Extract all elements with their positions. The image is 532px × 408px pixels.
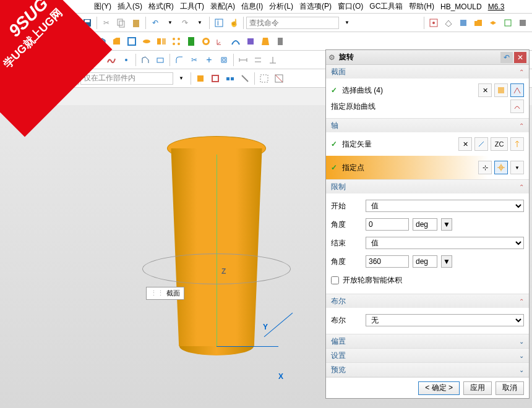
pattern-icon[interactable] (169, 35, 183, 48)
cut-icon[interactable]: ✂ (100, 16, 113, 30)
thread-icon[interactable] (273, 35, 287, 48)
curve-rule-icon[interactable] (494, 83, 508, 97)
touch-icon[interactable]: ☝ (227, 16, 241, 30)
section-header-axis[interactable]: 轴⌃ (326, 119, 529, 132)
boolean-select[interactable]: 无 (366, 314, 524, 326)
undo-icon[interactable]: ↶ (148, 16, 162, 30)
extrude-icon[interactable] (184, 35, 198, 48)
point-icon[interactable] (119, 53, 133, 67)
angle2-unit[interactable]: deg (413, 255, 437, 268)
offset-curve-icon[interactable] (217, 53, 231, 67)
shell-icon[interactable] (125, 35, 139, 48)
wireframe-icon[interactable] (442, 16, 455, 30)
paste-icon[interactable] (129, 16, 143, 30)
select-all-icon[interactable] (257, 72, 271, 85)
section-header-settings[interactable]: 设置⌄ (326, 349, 529, 362)
menu-gctoolbox[interactable]: GC工具箱 (367, 0, 405, 13)
cancel-button[interactable]: 取消 (496, 381, 524, 395)
mirror-icon[interactable] (155, 35, 168, 48)
menu-window[interactable]: 窗口(O) (335, 0, 366, 13)
select-face-icon[interactable] (194, 72, 207, 85)
datum-csys-icon[interactable] (214, 35, 228, 48)
reset-icon[interactable]: ↶ (500, 52, 513, 63)
copy-icon[interactable] (114, 16, 128, 30)
fit-view-icon[interactable] (427, 16, 440, 30)
menu-preferences[interactable]: 首选项(P) (297, 0, 334, 13)
constraint-icon[interactable] (251, 53, 265, 67)
filter-scope-input[interactable] (80, 72, 173, 85)
close-icon[interactable]: ✕ (514, 52, 526, 63)
perpendicular-icon[interactable] (266, 53, 280, 67)
section-header-preview[interactable]: 预览⌄ (326, 363, 529, 376)
menu-info[interactable]: 信息(I) (239, 0, 265, 13)
angle2-input[interactable] (366, 255, 409, 268)
curve-icon[interactable] (229, 35, 242, 48)
undo-dropdown-icon[interactable]: ▼ (163, 16, 177, 30)
point-dropdown-icon[interactable]: ▼ (510, 161, 524, 174)
layer-icon[interactable] (486, 16, 500, 30)
sweep-icon[interactable] (244, 35, 257, 48)
rectangle-icon[interactable] (153, 53, 167, 67)
redo-icon[interactable]: ↷ (178, 16, 192, 30)
unselect-icon[interactable] (272, 72, 286, 85)
shaded-icon[interactable] (457, 16, 470, 30)
section-header-boolean[interactable]: 布尔⌃ (326, 294, 529, 308)
angle1-stepper-icon[interactable]: ▼ (441, 218, 452, 231)
angle1-unit[interactable]: deg (413, 218, 437, 231)
command-search-input[interactable] (246, 17, 339, 29)
vector-dialog-icon[interactable] (474, 137, 488, 151)
sketch-icon[interactable] (5, 53, 19, 67)
box-icon[interactable] (516, 16, 530, 30)
menu-view[interactable]: 图(Y) (92, 0, 114, 13)
open-profile-checkbox[interactable] (331, 276, 339, 284)
arc-icon[interactable] (75, 53, 88, 67)
profile-icon[interactable] (139, 53, 152, 67)
reverse-icon[interactable] (510, 137, 524, 151)
folder-icon[interactable] (471, 16, 485, 30)
save-icon[interactable] (80, 16, 94, 30)
search-dropdown-icon[interactable]: ▼ (340, 16, 354, 30)
draft-icon[interactable] (259, 35, 272, 48)
menu-tools[interactable]: 工具(T) (178, 0, 207, 13)
spline-icon[interactable] (105, 53, 118, 67)
trim-icon[interactable]: ✂ (187, 53, 201, 67)
filter-type-select[interactable] (5, 72, 79, 85)
finish-sketch-label[interactable]: 完成草图 (20, 54, 54, 65)
revolve-icon[interactable] (140, 35, 153, 48)
block-icon[interactable] (95, 35, 109, 48)
infer-icon[interactable]: ✕ (478, 83, 492, 97)
point-dialog-icon[interactable]: ⊹ (478, 161, 492, 174)
circle-icon[interactable] (90, 53, 103, 67)
select-body-icon[interactable] (223, 72, 237, 85)
select-curve-icon[interactable] (238, 72, 252, 85)
menu-insert[interactable]: 插入(S) (115, 0, 145, 13)
hole-icon[interactable] (199, 35, 213, 48)
end-select[interactable]: 值 (366, 237, 524, 249)
line-icon[interactable] (60, 53, 74, 67)
menu-format[interactable]: 格式(R) (146, 0, 176, 13)
section-header-section[interactable]: 截面⌃ (326, 65, 529, 79)
infer-vector-icon[interactable]: ✕ (458, 137, 472, 151)
menu-assembly[interactable]: 装配(A) (208, 0, 238, 13)
plus-icon[interactable]: + (202, 53, 216, 67)
dialog-titlebar[interactable]: ⚙ 旋转 ↶ ✕ (326, 50, 529, 65)
menu-help[interactable]: 帮助(H) (406, 0, 437, 13)
menu-hbmould[interactable]: HB_MOULD (438, 1, 484, 12)
dimension-icon[interactable] (236, 53, 250, 67)
datum-plane-icon[interactable] (80, 35, 94, 48)
start-select[interactable]: 值 (366, 200, 524, 212)
fillet-icon[interactable] (173, 53, 186, 67)
redo-dropdown-icon[interactable]: ▼ (193, 16, 207, 30)
ok-button[interactable]: < 确定 > (418, 381, 460, 395)
angle2-stepper-icon[interactable]: ▼ (441, 255, 452, 268)
filter-dropdown-icon[interactable]: ▼ (174, 72, 188, 85)
edit-icon[interactable] (501, 16, 515, 30)
section-header-limits[interactable]: 限制⌃ (326, 180, 529, 193)
menu-analysis[interactable]: 分析(L) (267, 0, 296, 13)
chamfer-icon[interactable] (110, 35, 124, 48)
sketch-section-icon[interactable] (510, 83, 524, 97)
orig-curve-icon[interactable] (510, 100, 524, 113)
section-header-offset[interactable]: 偏置⌄ (326, 334, 529, 348)
zc-axis-button[interactable]: ZC (491, 137, 508, 151)
point-constructor-icon[interactable] (494, 161, 508, 174)
